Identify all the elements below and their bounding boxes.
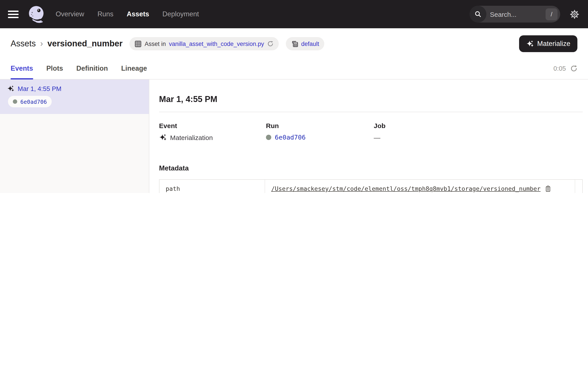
event-timestamp-link[interactable]: Mar 1, 4:55 PM bbox=[18, 85, 62, 92]
menu-icon[interactable] bbox=[8, 10, 19, 18]
nav-overview[interactable]: Overview bbox=[56, 10, 84, 18]
summary-run-col: Run 6e0ad706 bbox=[266, 122, 374, 141]
refresh-icon[interactable] bbox=[570, 65, 577, 72]
top-nav: Overview Runs Assets Deployment / bbox=[0, 0, 588, 28]
tab-events[interactable]: Events bbox=[11, 57, 33, 79]
tab-bar: Events Plots Definition Lineage 0:05 bbox=[0, 57, 588, 80]
run-id-text: 6e0ad706 bbox=[20, 98, 47, 105]
nav-runs[interactable]: Runs bbox=[97, 10, 113, 18]
divider bbox=[159, 112, 583, 112]
code-location-link[interactable]: default bbox=[301, 41, 319, 47]
event-detail-title: Mar 1, 4:55 PM bbox=[159, 95, 583, 104]
dagster-octopus-icon bbox=[26, 4, 46, 24]
materialization-icon bbox=[159, 134, 167, 141]
event-detail-panel: Mar 1, 4:55 PM Event Materialization Run… bbox=[149, 80, 588, 193]
table-row: path /Users/smackesey/stm/code/elementl/… bbox=[160, 180, 582, 193]
materialize-button-label: Materialize bbox=[537, 40, 570, 48]
breadcrumb: Assets › versioned_number Asset in vanil… bbox=[0, 28, 588, 57]
breadcrumb-assets-link[interactable]: Assets bbox=[11, 39, 36, 49]
event-list-sidebar: Mar 1, 4:55 PM 6e0ad706 bbox=[0, 80, 149, 193]
tab-definition[interactable]: Definition bbox=[76, 57, 108, 79]
breadcrumb-chevron-icon: › bbox=[40, 39, 43, 49]
job-value: — bbox=[374, 134, 380, 141]
run-link[interactable]: 6e0ad706 bbox=[275, 134, 306, 141]
settings-gear-icon[interactable] bbox=[570, 9, 579, 19]
content-area: Mar 1, 4:55 PM 6e0ad706 Mar 1, 4:55 PM E… bbox=[0, 80, 588, 193]
table-grid-icon bbox=[135, 41, 142, 47]
metadata-key: path bbox=[160, 180, 265, 193]
page-header: Assets › versioned_number Asset in vanil… bbox=[0, 28, 588, 80]
metadata-heading: Metadata bbox=[159, 164, 583, 172]
asset-badge-prefix: Asset in bbox=[145, 41, 166, 47]
job-label: Job bbox=[374, 122, 583, 129]
run-status-dot bbox=[13, 99, 17, 104]
event-value: Materialization bbox=[170, 134, 213, 141]
dagster-logo[interactable] bbox=[26, 4, 46, 24]
refresh-countdown: 0:05 bbox=[554, 65, 566, 72]
event-label: Event bbox=[159, 122, 266, 129]
search-bar[interactable]: / bbox=[470, 6, 560, 22]
event-list-item[interactable]: Mar 1, 4:55 PM 6e0ad706 bbox=[0, 80, 149, 114]
primary-nav: Overview Runs Assets Deployment bbox=[56, 10, 199, 18]
tab-plots[interactable]: Plots bbox=[46, 57, 63, 79]
metadata-path-link[interactable]: /Users/smackesey/stm/code/elementl/oss/t… bbox=[271, 185, 541, 192]
nav-assets[interactable]: Assets bbox=[127, 10, 149, 18]
app-root: Overview Runs Assets Deployment / bbox=[0, 0, 588, 193]
nav-deployment[interactable]: Deployment bbox=[162, 10, 199, 18]
run-id-pill[interactable]: 6e0ad706 bbox=[8, 96, 52, 107]
page-title: versioned_number bbox=[47, 39, 123, 49]
summary-event-col: Event Materialization bbox=[159, 122, 266, 141]
asset-definition-badge: Asset in vanilla_asset_with_code_version… bbox=[130, 37, 279, 50]
code-location-icon bbox=[291, 40, 298, 47]
metadata-section: Metadata path /Users/smackesey/stm/code/… bbox=[159, 164, 583, 193]
sparkle-icon bbox=[526, 40, 534, 47]
metadata-table: path /Users/smackesey/stm/code/elementl/… bbox=[159, 179, 583, 193]
materialization-event-icon bbox=[7, 85, 14, 92]
search-shortcut-badge: / bbox=[546, 8, 558, 20]
event-summary: Event Materialization Run 6e0ad706 Job — bbox=[159, 122, 583, 141]
metadata-action-cell bbox=[575, 180, 582, 193]
materialize-button[interactable]: Materialize bbox=[519, 35, 577, 52]
asset-badge-file-link[interactable]: vanilla_asset_with_code_version.py bbox=[169, 41, 264, 47]
tab-lineage[interactable]: Lineage bbox=[121, 57, 147, 79]
reload-icon[interactable] bbox=[267, 41, 273, 47]
auto-refresh: 0:05 bbox=[554, 65, 577, 72]
run-status-dot bbox=[266, 135, 271, 140]
search-icon bbox=[470, 6, 486, 22]
code-location-badge: default bbox=[286, 37, 324, 50]
run-label: Run bbox=[266, 122, 374, 129]
search-input[interactable] bbox=[486, 10, 546, 18]
summary-job-col: Job — bbox=[374, 122, 583, 141]
copy-icon[interactable] bbox=[545, 185, 551, 192]
